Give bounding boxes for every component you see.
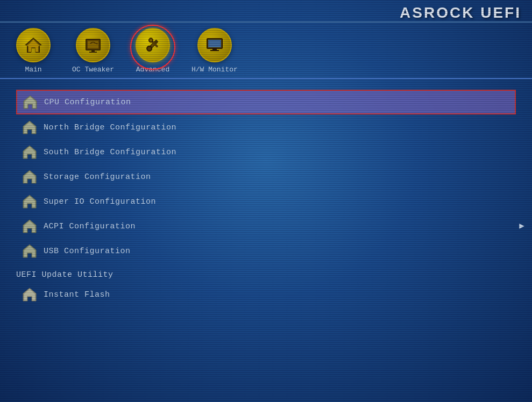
content-area: CPU Configuration North Bridge Configura… bbox=[0, 79, 532, 318]
svg-marker-30 bbox=[24, 196, 35, 207]
cpu-config-label: CPU Configuration bbox=[44, 98, 131, 107]
advanced-icon-wrapper bbox=[136, 28, 170, 62]
home-icon bbox=[24, 35, 43, 55]
svg-marker-22 bbox=[25, 97, 36, 108]
cursor-indicator: ▶ bbox=[519, 220, 524, 231]
nav-label-oc-tweaker: OC Tweaker bbox=[72, 66, 114, 74]
svg-marker-32 bbox=[24, 221, 35, 232]
menu-item-usb-config[interactable]: USB Configuration bbox=[16, 239, 516, 263]
nav-item-main[interactable]: Main bbox=[16, 28, 51, 78]
menu-item-north-bridge[interactable]: North Bridge Configuration bbox=[16, 116, 516, 139]
menu-item-south-bridge[interactable]: South Bridge Configuration bbox=[16, 140, 516, 164]
menu-item-instant-flash[interactable]: Instant Flash bbox=[16, 283, 516, 306]
nav-label-advanced: Advanced bbox=[136, 66, 169, 74]
acpi-config-icon bbox=[22, 219, 37, 234]
main-icon-wrapper bbox=[16, 28, 51, 62]
nav-item-hw-monitor[interactable]: H/W Monitor bbox=[191, 28, 238, 78]
super-io-label: Super IO Configuration bbox=[44, 197, 156, 206]
refresh-icon bbox=[83, 35, 103, 55]
svg-marker-28 bbox=[24, 171, 35, 183]
south-bridge-label: South Bridge Configuration bbox=[44, 148, 176, 157]
menu-item-super-io[interactable]: Super IO Configuration bbox=[16, 190, 516, 213]
menu-item-cpu-config[interactable]: CPU Configuration bbox=[16, 90, 516, 114]
cpu-config-icon bbox=[23, 95, 38, 110]
header-title: ASROCK UEFI bbox=[400, 4, 521, 21]
wrench-icon bbox=[143, 35, 162, 55]
usb-config-label: USB Configuration bbox=[44, 247, 131, 256]
nav-label-main: Main bbox=[25, 66, 41, 74]
svg-marker-24 bbox=[24, 122, 35, 133]
monitor-icon bbox=[205, 35, 224, 55]
nav-bar: Main OC Tweaker bbox=[0, 23, 532, 79]
south-bridge-icon bbox=[22, 145, 37, 160]
svg-rect-4 bbox=[89, 52, 97, 53]
svg-marker-26 bbox=[24, 147, 35, 158]
acpi-config-label: ACPI Configuration bbox=[44, 222, 136, 231]
svg-marker-36 bbox=[24, 289, 35, 300]
nav-item-oc-tweaker[interactable]: OC Tweaker bbox=[72, 28, 114, 78]
menu-item-storage-config[interactable]: Storage Configuration bbox=[16, 165, 516, 189]
nav-label-hw-monitor: H/W Monitor bbox=[191, 66, 238, 74]
menu-item-acpi-config[interactable]: ACPI Configuration bbox=[16, 214, 516, 238]
section-title-uefi-update: UEFI Update Utility bbox=[16, 270, 516, 279]
storage-config-icon bbox=[22, 169, 37, 184]
oc-tweaker-icon-wrapper bbox=[76, 28, 110, 62]
storage-config-label: Storage Configuration bbox=[44, 173, 151, 182]
instant-flash-icon bbox=[22, 287, 37, 302]
super-io-icon bbox=[22, 194, 37, 209]
usb-config-icon bbox=[22, 243, 37, 259]
north-bridge-icon bbox=[22, 120, 37, 135]
header: ASROCK UEFI bbox=[0, 0, 532, 23]
svg-marker-34 bbox=[24, 246, 35, 257]
nav-item-advanced[interactable]: Advanced bbox=[136, 28, 170, 78]
hw-monitor-icon-wrapper bbox=[197, 28, 232, 62]
svg-rect-17 bbox=[210, 50, 219, 51]
north-bridge-label: North Bridge Configuration bbox=[44, 123, 176, 132]
instant-flash-label: Instant Flash bbox=[44, 290, 110, 299]
